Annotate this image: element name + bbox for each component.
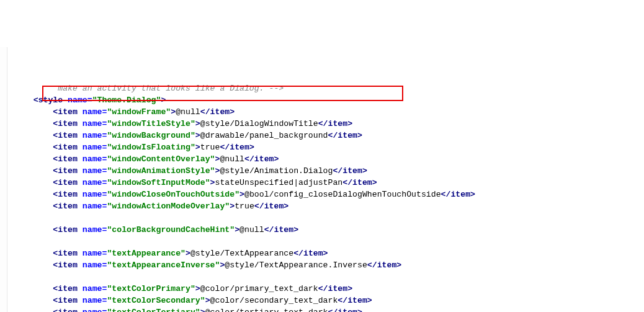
item-line: <item name="colorBackgroundCacheHint">@n…	[14, 224, 644, 236]
item-line: <item name="textAppearance">@style/TextA…	[14, 247, 644, 259]
item-line: <item name="windowBackground">@drawable/…	[14, 130, 644, 141]
item-line: <item name="textColorSecondary">@color/s…	[14, 295, 644, 306]
style-open: <style name="Theme.Dialog">	[14, 94, 644, 106]
item-line: <item name="textAppearanceInverse">@styl…	[14, 259, 644, 271]
blank-line	[14, 212, 644, 224]
item-line: <item name="windowActionModeOverlay">tru…	[14, 200, 644, 212]
gutter	[0, 47, 7, 312]
item-line: <item name="windowCloseOnTouchOutside">@…	[14, 189, 644, 200]
item-line: <item name="windowTitleStyle">@style/Dia…	[14, 118, 644, 130]
item-line: <item name="textColorPrimary">@color/pri…	[14, 283, 644, 295]
comment-line: make an activity that looks like a Dialo…	[14, 82, 644, 94]
blank-line	[14, 271, 644, 283]
code-editor[interactable]: make an activity that looks like a Dialo…	[0, 47, 644, 312]
blank-line	[14, 236, 644, 247]
item-line: <item name="textColorTertiary">@color/te…	[14, 306, 644, 312]
item-line: <item name="windowSoftInputMode">stateUn…	[14, 177, 644, 189]
item-line: <item name="windowFrame">@null</item>	[14, 106, 644, 118]
item-line: <item name="windowContentOverlay">@null<…	[14, 153, 644, 165]
code-area[interactable]: make an activity that looks like a Dialo…	[14, 82, 644, 312]
item-line: <item name="windowAnimationStyle">@style…	[14, 165, 644, 177]
item-line: <item name="windowIsFloating">true</item…	[14, 141, 644, 153]
